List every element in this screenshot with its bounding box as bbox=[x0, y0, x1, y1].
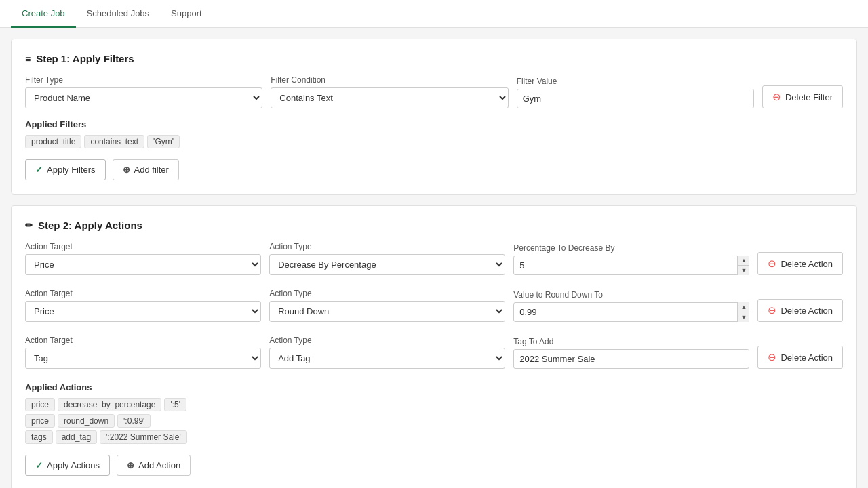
action3-target-select[interactable]: Tag bbox=[25, 348, 261, 369]
add-action-button[interactable]: ⊕ Add Action bbox=[117, 455, 191, 476]
action1-target-group: Action Target Price bbox=[25, 242, 261, 275]
action1-value-input[interactable] bbox=[513, 256, 749, 275]
action3-value-input[interactable] bbox=[513, 349, 749, 369]
add-action-label: Add Action bbox=[138, 460, 180, 470]
filter-condition-label: Filter Condition bbox=[271, 75, 508, 85]
action2-target-label: Action Target bbox=[25, 289, 261, 298]
action1-value-group: Percentage To Decrease By ▲ ▼ bbox=[513, 243, 749, 275]
step2-header: ✏ Step 2: Apply Actions bbox=[25, 220, 843, 231]
action1-spin-up[interactable]: ▲ bbox=[737, 256, 749, 266]
action-row-1-fields: Action Target Price Action Type Decrease… bbox=[25, 242, 843, 275]
delete-filter-button[interactable]: ⊖ Delete Filter bbox=[762, 85, 843, 108]
delete-action3-icon: ⊖ bbox=[768, 351, 776, 363]
action1-target-label: Action Target bbox=[25, 242, 261, 251]
action2-value-group: Value to Round Down To ▲ ▼ bbox=[513, 290, 749, 322]
action1-value-label: Percentage To Decrease By bbox=[513, 243, 749, 253]
filter-tag-2: 'Gym' bbox=[147, 135, 180, 148]
action-tag-3a: tags bbox=[25, 430, 53, 444]
action-tag-1c: ':5' bbox=[164, 398, 186, 411]
filter-value-input[interactable] bbox=[517, 89, 754, 108]
action1-spinners: ▲ ▼ bbox=[737, 256, 749, 275]
action1-spin-down[interactable]: ▼ bbox=[737, 266, 749, 275]
step2-card: ✏ Step 2: Apply Actions Action Target Pr… bbox=[11, 205, 857, 488]
apply-actions-label: Apply Actions bbox=[47, 460, 100, 470]
action2-spin-up[interactable]: ▲ bbox=[737, 302, 749, 312]
delete-action1-label: Delete Action bbox=[781, 259, 833, 269]
tab-scheduled-jobs[interactable]: Scheduled Jobs bbox=[76, 0, 161, 28]
applied-actions-row-2: price round_down ':0.99' bbox=[25, 414, 843, 428]
action2-target-group: Action Target Price bbox=[25, 289, 261, 322]
action2-target-select[interactable]: Price bbox=[25, 301, 261, 322]
action-tag-2a: price bbox=[25, 414, 55, 428]
delete-action1-button[interactable]: ⊖ Delete Action bbox=[757, 252, 843, 275]
action-tag-3c: ':2022 Summer Sale' bbox=[100, 430, 187, 444]
delete-action3-button[interactable]: ⊖ Delete Action bbox=[757, 346, 843, 369]
delete-action2-button[interactable]: ⊖ Delete Action bbox=[757, 299, 843, 322]
action2-type-group: Action Type Round Down bbox=[269, 289, 505, 322]
action-row-3: Action Target Tag Action Type Add Tag Ta… bbox=[25, 336, 843, 369]
filter-icon: ≡ bbox=[25, 54, 31, 64]
filter-value-group: Filter Value bbox=[517, 77, 754, 108]
filter-condition-group: Filter Condition Contains Text bbox=[271, 75, 508, 108]
delete-filter-icon: ⊖ bbox=[772, 91, 781, 103]
action3-target-group: Action Target Tag bbox=[25, 336, 261, 369]
filter-row: Filter Type Product Name Filter Conditio… bbox=[25, 75, 843, 108]
apply-filters-label: Apply Filters bbox=[47, 165, 96, 175]
action1-type-label: Action Type bbox=[269, 242, 505, 251]
check-icon-2: ✓ bbox=[35, 460, 43, 470]
action2-spinners: ▲ ▼ bbox=[737, 302, 749, 322]
action-row-2: Action Target Price Action Type Round Do… bbox=[25, 289, 843, 322]
action3-type-group: Action Type Add Tag bbox=[269, 336, 505, 369]
action3-type-label: Action Type bbox=[269, 336, 505, 345]
action2-type-select[interactable]: Round Down bbox=[269, 301, 505, 322]
action1-value-wrapper: ▲ ▼ bbox=[513, 256, 749, 275]
action3-value-group: Tag To Add bbox=[513, 337, 749, 369]
plus-icon-2: ⊕ bbox=[127, 460, 134, 470]
action2-value-label: Value to Round Down To bbox=[513, 290, 749, 300]
applied-actions-label: Applied Actions bbox=[25, 382, 843, 392]
tab-create-job[interactable]: Create Job bbox=[11, 0, 76, 28]
action3-type-select[interactable]: Add Tag bbox=[269, 348, 505, 369]
step2-action-buttons: ✓ Apply Actions ⊕ Add Action bbox=[25, 455, 843, 476]
apply-filters-button[interactable]: ✓ Apply Filters bbox=[25, 159, 106, 180]
applied-actions-row-3: tags add_tag ':2022 Summer Sale' bbox=[25, 430, 843, 444]
action3-target-label: Action Target bbox=[25, 336, 261, 345]
delete-action1-wrapper: ⊖ Delete Action bbox=[757, 252, 843, 275]
applied-filters-label: Applied Filters bbox=[25, 119, 843, 129]
applied-filters-section: Applied Filters product_title contains_t… bbox=[25, 119, 843, 148]
add-filter-button[interactable]: ⊕ Add filter bbox=[113, 159, 179, 180]
action2-value-wrapper: ▲ ▼ bbox=[513, 302, 749, 322]
step1-title: Step 1: Apply Filters bbox=[36, 53, 134, 64]
delete-action2-label: Delete Action bbox=[781, 306, 833, 316]
tab-support[interactable]: Support bbox=[160, 0, 213, 28]
delete-action2-icon: ⊖ bbox=[768, 304, 776, 317]
action1-target-select[interactable]: Price bbox=[25, 254, 261, 275]
action3-value-label: Tag To Add bbox=[513, 337, 749, 346]
filter-type-select[interactable]: Product Name bbox=[25, 87, 262, 108]
apply-actions-button[interactable]: ✓ Apply Actions bbox=[25, 455, 110, 476]
action2-spin-down[interactable]: ▼ bbox=[737, 312, 749, 322]
filter-condition-select[interactable]: Contains Text bbox=[271, 87, 508, 108]
step2-title: Step 2: Apply Actions bbox=[38, 220, 142, 231]
action-row-3-fields: Action Target Tag Action Type Add Tag Ta… bbox=[25, 336, 843, 369]
step1-card: ≡ Step 1: Apply Filters Filter Type Prod… bbox=[11, 39, 857, 195]
applied-filters-tags: product_title contains_text 'Gym' bbox=[25, 135, 843, 148]
applied-actions-section: Applied Actions price decrease_by_percen… bbox=[25, 382, 843, 444]
delete-action1-icon: ⊖ bbox=[768, 258, 776, 270]
plus-icon: ⊕ bbox=[123, 165, 130, 175]
main-content: ≡ Step 1: Apply Filters Filter Type Prod… bbox=[0, 28, 868, 488]
action-tag-3b: add_tag bbox=[56, 430, 97, 444]
delete-action3-wrapper: ⊖ Delete Action bbox=[757, 346, 843, 369]
action2-value-input[interactable] bbox=[513, 302, 749, 322]
delete-action3-label: Delete Action bbox=[781, 352, 833, 363]
step1-header: ≡ Step 1: Apply Filters bbox=[25, 53, 843, 64]
check-icon: ✓ bbox=[35, 165, 43, 175]
filter-value-label: Filter Value bbox=[517, 77, 754, 86]
filter-tag-1: contains_text bbox=[84, 135, 144, 148]
tab-bar: Create Job Scheduled Jobs Support bbox=[0, 0, 868, 28]
action1-type-select[interactable]: Decrease By Percentage bbox=[269, 254, 505, 275]
delete-action2-wrapper: ⊖ Delete Action bbox=[757, 299, 843, 322]
pencil-icon: ✏ bbox=[25, 220, 33, 230]
action-tag-1b: decrease_by_percentage bbox=[58, 398, 161, 411]
filter-type-label: Filter Type bbox=[25, 75, 262, 85]
